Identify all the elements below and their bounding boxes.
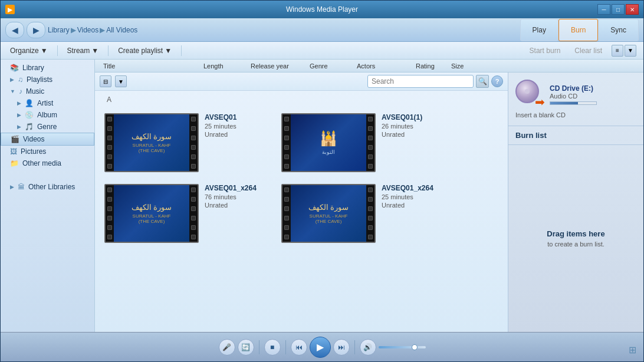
cd-drive-section: ➡ CD Drive (E:) Audio CD Insert a blank … [508, 73, 643, 126]
film-strip-left [106, 114, 114, 171]
film-strip-left [282, 185, 291, 242]
view-icons: ≡ ▼ [612, 45, 636, 57]
volume-icon-button[interactable]: 🔊 [360, 339, 376, 356]
film-strip-left [106, 185, 114, 242]
play-button[interactable]: ▶ [310, 337, 331, 358]
sidebar-item-music[interactable]: ▼ ♪ Music [1, 85, 94, 97]
volume-thumb [412, 344, 418, 350]
other-libraries-expand-icon: ▶ [10, 184, 14, 190]
video-info: AVSEQ01_x264 76 minutes Unrated [205, 184, 270, 209]
window-controls: ─ □ ✕ [597, 4, 639, 15]
video-item-v4-3[interactable]: سورة الكهف SURATUL - KAHF(THE CAVE) AVSE… [281, 184, 446, 243]
stop-button[interactable]: ■ [264, 339, 281, 356]
stream-button[interactable]: Stream ▼ [63, 45, 104, 57]
sidebar-library-label: Library [22, 64, 44, 72]
video-item-v3-2[interactable]: سورة الكهف SURATUL - KAHF(THE CAVE) AVSE… [104, 184, 270, 243]
sidebar-item-library[interactable]: 📚 Library [1, 62, 94, 74]
col-rating[interactable]: Rating [412, 62, 448, 70]
breadcrumb-arrow2: ▶ [100, 26, 105, 34]
other-media-icon: 📁 [10, 159, 19, 167]
col-length[interactable]: Length [200, 62, 247, 70]
search-button[interactable]: 🔍 [476, 75, 489, 88]
organize-button[interactable]: Organize ▼ [5, 45, 52, 57]
repeat-button[interactable]: 🔄 [238, 339, 254, 356]
nav-bar: ◀ ▶ Library ▶ Videos ▶ All Videos Play B… [1, 18, 643, 42]
prev-button[interactable]: ⏮ [291, 339, 307, 356]
forward-button[interactable]: ▶ [27, 22, 45, 38]
view-grid-icon[interactable]: ▼ [115, 75, 127, 87]
right-panel: ➡ CD Drive (E:) Audio CD Insert a blank … [508, 73, 643, 332]
video-duration: 76 minutes [205, 193, 270, 200]
video-title: AVSEQ01_x264 [382, 184, 446, 192]
video-thumbnail[interactable]: 🕌 التوبة [281, 113, 376, 172]
layout-icon[interactable]: ⊞ [629, 344, 636, 356]
cd-drive-row: ➡ CD Drive (E:) Audio CD [515, 80, 636, 109]
sidebar-genre-label: Genre [37, 123, 57, 131]
view-toggle[interactable]: ≡ [612, 45, 623, 57]
video-grid: سورة الكهف SURATUL - KAHF(THE CAVE) AVSE… [104, 108, 498, 248]
content-scroll[interactable]: A سورة الكهف SURATUL - KAHF(THE CAVE) AV… [95, 91, 508, 332]
toolbar-sep3 [181, 45, 182, 56]
toolbar: Organize ▼ Stream ▼ Create playlist ▼ St… [1, 42, 643, 60]
col-actors[interactable]: Actors [353, 62, 412, 70]
film-strip-right [189, 185, 198, 242]
toolbar-sep1 [57, 45, 58, 56]
sidebar-item-album[interactable]: ▶ 💿 Album [1, 109, 94, 121]
next-button[interactable]: ⏭ [333, 339, 350, 356]
video-duration: 26 minutes [382, 123, 446, 130]
video-info: AVSEQ01_x264 25 minutes Unrated [382, 184, 446, 209]
help-button[interactable]: ? [491, 75, 503, 87]
video-thumbnail[interactable]: سورة الكهف SURATUL - KAHF(THE CAVE) [104, 113, 199, 172]
music-icon: ♪ [19, 87, 22, 96]
sidebar-item-pictures[interactable]: 🖼 Pictures [1, 146, 94, 157]
volume-slider[interactable] [379, 346, 426, 348]
breadcrumb-library[interactable]: Library [48, 26, 70, 34]
tab-play[interactable]: Play [520, 19, 558, 41]
video-duration: 25 minutes [205, 123, 270, 130]
video-rating: Unrated [382, 131, 446, 138]
breadcrumb-videos[interactable]: Videos [77, 26, 98, 34]
col-title[interactable]: Title [100, 62, 200, 70]
col-genre[interactable]: Genre [306, 62, 353, 70]
create-playlist-button[interactable]: Create playlist ▼ [113, 45, 176, 57]
playlists-expand-icon: ▶ [10, 77, 14, 83]
video-thumbnail[interactable]: سورة الكهف SURATUL - KAHF(THE CAVE) [104, 184, 199, 243]
sidebar-item-artist[interactable]: ▶ 👤 Artist [1, 97, 94, 109]
video-item-v1-0[interactable]: سورة الكهف SURATUL - KAHF(THE CAVE) AVSE… [104, 113, 270, 172]
sidebar-item-other-media[interactable]: 📁 Other media [1, 157, 94, 169]
col-release-year[interactable]: Release year [247, 62, 306, 70]
tab-burn[interactable]: Burn [558, 19, 598, 41]
mute-button[interactable]: 🎤 [219, 339, 235, 356]
clear-list-label: Clear list [574, 47, 602, 55]
sidebar-item-videos[interactable]: 🎬 Videos [1, 133, 94, 146]
view-expand[interactable]: ▼ [625, 45, 636, 57]
video-title: AVSEQ01(1) [382, 113, 446, 121]
genre-expand-icon: ▶ [17, 124, 21, 130]
search-input[interactable] [367, 75, 474, 88]
sidebar-item-other-libraries[interactable]: ▶ 🏛 Other Libraries [1, 181, 94, 193]
back-button[interactable]: ◀ [5, 22, 24, 38]
maximize-button[interactable]: □ [612, 4, 625, 15]
sidebar-album-label: Album [37, 111, 57, 119]
videos-icon: 🎬 [11, 135, 19, 143]
title-bar: ▶ Windows Media Player ─ □ ✕ [1, 1, 643, 18]
burn-drop-area[interactable]: Drag items here to create a burn list. [508, 145, 643, 332]
stream-chevron: ▼ [91, 47, 98, 55]
breadcrumb-all-videos[interactable]: All Videos [106, 26, 137, 34]
sidebar-item-playlists[interactable]: ▶ ♫ Playlists [1, 74, 94, 85]
view-list-icon[interactable]: ⊟ [100, 75, 111, 87]
col-size[interactable]: Size [448, 62, 483, 70]
cd-icon: ➡ [515, 80, 545, 109]
start-burn-button[interactable]: Start burn [525, 45, 566, 57]
sidebar: 📚 Library ▶ ♫ Playlists ▼ ♪ Music ▶ 👤 Ar… [1, 60, 95, 332]
genre-icon: 🎵 [25, 123, 34, 131]
clear-list-button[interactable]: Clear list [570, 45, 607, 57]
film-strip-right [366, 114, 374, 171]
breadcrumb: Library ▶ Videos ▶ All Videos [48, 26, 137, 34]
close-button[interactable]: ✕ [626, 4, 639, 15]
minimize-button[interactable]: ─ [597, 4, 610, 15]
tab-sync[interactable]: Sync [598, 19, 639, 41]
sidebar-item-genre[interactable]: ▶ 🎵 Genre [1, 121, 94, 133]
video-thumbnail[interactable]: سورة الكهف SURATUL - KAHF(THE CAVE) [281, 184, 376, 243]
video-item-v2-1[interactable]: 🕌 التوبة AVSEQ01(1) 26 minutes Unrated [281, 113, 446, 172]
